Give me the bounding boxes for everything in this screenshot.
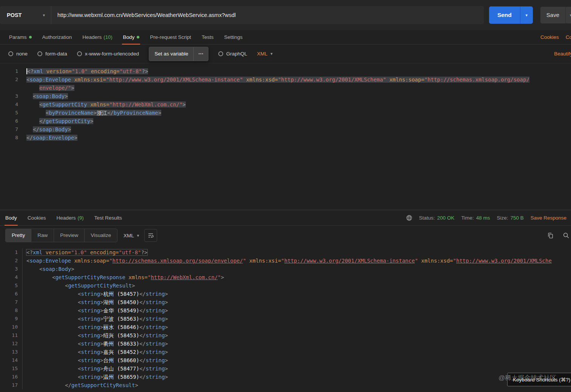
link-code[interactable]: Code [566, 34, 571, 40]
code-token: string [81, 316, 100, 322]
tab-params[interactable]: Params [4, 30, 37, 44]
send-split-button: Send ▾ [489, 6, 533, 24]
request-language-dropdown[interactable]: XML ▾ [257, 51, 272, 57]
url-input[interactable] [51, 6, 484, 24]
code-text: <byProvinceName>浙江</byProvinceName> [23, 109, 161, 117]
code-token: > [165, 366, 168, 372]
code-line-text: </soap:Body> [33, 126, 71, 132]
code-line-text: <soap:Body> [39, 266, 74, 272]
code-token: version= [46, 249, 71, 255]
response-language-dropdown[interactable]: XML ▾ [123, 233, 139, 238]
radio-icon [77, 51, 82, 56]
code-token: > [182, 101, 185, 108]
code-token: > [158, 110, 161, 116]
line-number: 7 [0, 125, 23, 134]
tab-label: Headers [57, 215, 76, 221]
status-value: 200 OK [437, 215, 455, 221]
tab-body[interactable]: Body [0, 210, 22, 225]
code-line: 2<soap:Envelope xmlns:xsi="http://www.w3… [0, 75, 571, 84]
chevron-down-icon: ▾ [526, 13, 528, 17]
tab-tests[interactable]: Tests [196, 30, 219, 44]
code-line-text: <string>温州 (58659)</string> [78, 374, 168, 380]
line-number: 3 [0, 265, 23, 273]
code-line-text: <string>丽水 (58646)</string> [78, 324, 168, 330]
set-as-variable-button[interactable]: Set as variable [149, 51, 193, 57]
code-token: string [81, 324, 100, 330]
code-line: 16<string>温州 (58659)</string> [0, 373, 571, 381]
view-tab-visualize[interactable]: Visualize [85, 229, 117, 242]
code-token: xml [33, 249, 42, 255]
url-link[interactable]: http://schemas.xmlsoap.org/soap/envelope… [113, 258, 243, 264]
tab-authorization[interactable]: Authorization [37, 30, 77, 44]
line-number: 14 [0, 356, 23, 364]
tab-settings[interactable]: Settings [219, 30, 248, 44]
response-toolbar: PrettyRawPreviewVisualize XML ▾ [0, 226, 571, 245]
code-text: <string>丽水 (58646)</string> [23, 323, 168, 331]
save-response-link[interactable]: Save Response [531, 215, 566, 221]
more-options-icon[interactable]: ••• [193, 47, 208, 61]
view-tab-raw[interactable]: Raw [31, 229, 54, 242]
copy-icon[interactable] [547, 232, 554, 239]
url-link[interactable]: http://www.w3.org/2001/XMLSche [456, 258, 552, 264]
send-options-button[interactable]: ▾ [520, 6, 533, 24]
body-type-graphql[interactable]: GraphQL [218, 51, 247, 57]
save-button[interactable]: Save [540, 7, 565, 23]
line-number: 3 [0, 92, 23, 100]
code-token: > [71, 85, 74, 91]
tab-cookies[interactable]: Cookies [22, 210, 51, 225]
code-line-text: <string>宁波 (58563)</string> [78, 316, 168, 322]
link-cookies[interactable]: Cookies [540, 34, 559, 40]
view-tab-pretty[interactable]: Pretty [6, 229, 31, 242]
code-token: xml [34, 68, 43, 74]
code-line-text: <getSupportCity xmlns="http://WebXml.com… [39, 101, 186, 108]
code-token: encoding= [90, 249, 119, 255]
tab-label: Body [5, 215, 17, 221]
send-button[interactable]: Send [489, 6, 520, 24]
tab-pre-request-script[interactable]: Pre-request Script [145, 30, 196, 44]
search-icon[interactable] [563, 232, 569, 239]
code-token: </ [139, 349, 146, 355]
code-token: </ [139, 366, 146, 372]
url-link[interactable]: http://www.w3.org/2001/XMLSchema-instanc… [284, 258, 415, 264]
tab-label: Tests [202, 34, 214, 40]
wrap-text-button[interactable] [144, 229, 157, 242]
tab-headers[interactable]: Headers(9) [51, 210, 89, 225]
body-type-form-data[interactable]: form-data [37, 51, 67, 57]
globe-icon[interactable] [406, 215, 412, 221]
code-line-text: <getSupportCityResponse xmlns="http://We… [52, 274, 224, 280]
save-options-button[interactable]: ▾ [565, 7, 571, 23]
line-number: 8 [0, 134, 23, 142]
response-body-viewer[interactable]: 1<?xml version="1.0" encoding="utf-8"?>2… [0, 245, 571, 392]
line-number: 7 [0, 298, 23, 306]
code-line: 17</getSupportCityResult> [0, 381, 571, 389]
code-token: string [146, 349, 165, 355]
code-line: 8</soap:Envelope> [0, 134, 571, 142]
code-token [386, 77, 389, 83]
radio-icon [8, 51, 13, 56]
code-line: 6<string>杭州 (58457)</string> [0, 290, 571, 298]
method-dropdown[interactable]: POST ▾ [0, 6, 51, 24]
code-token: > [165, 357, 168, 363]
code-text: <getSupportCityResponse xmlns="http://We… [23, 273, 224, 281]
code-text: <soap:Body> [23, 92, 68, 100]
request-body-editor[interactable]: 1<?xml version="1.0" encoding="utf-8"?>2… [0, 63, 571, 210]
view-tab-preview[interactable]: Preview [54, 229, 85, 242]
code-token: 舟山 (58477) [103, 366, 139, 372]
line-number: 8 [0, 306, 23, 315]
language-label: XML [123, 233, 134, 238]
code-line-text: <string>绍兴 (58453)</string> [78, 332, 168, 338]
code-token: getSupportCityResult [71, 382, 135, 388]
body-type-none[interactable]: none [8, 51, 28, 57]
code-line: 12<string>衢州 (58633)</string> [0, 340, 571, 348]
url-link[interactable]: http://WebXml.com.cn/ [151, 274, 218, 280]
code-token: string [81, 291, 100, 297]
tab-body[interactable]: Body [117, 30, 145, 44]
body-type-x-www-form-urlencoded[interactable]: x-www-form-urlencoded [77, 51, 139, 57]
tab-headers[interactable]: Headers(10) [77, 30, 117, 44]
tab-test-results[interactable]: Test Results [89, 210, 127, 225]
line-number: 12 [0, 340, 23, 348]
beautify-link[interactable]: Beautify [554, 51, 571, 57]
code-token: </ [26, 135, 33, 141]
code-token: </ [107, 110, 114, 116]
code-text: <string>杭州 (58457)</string> [23, 290, 168, 298]
